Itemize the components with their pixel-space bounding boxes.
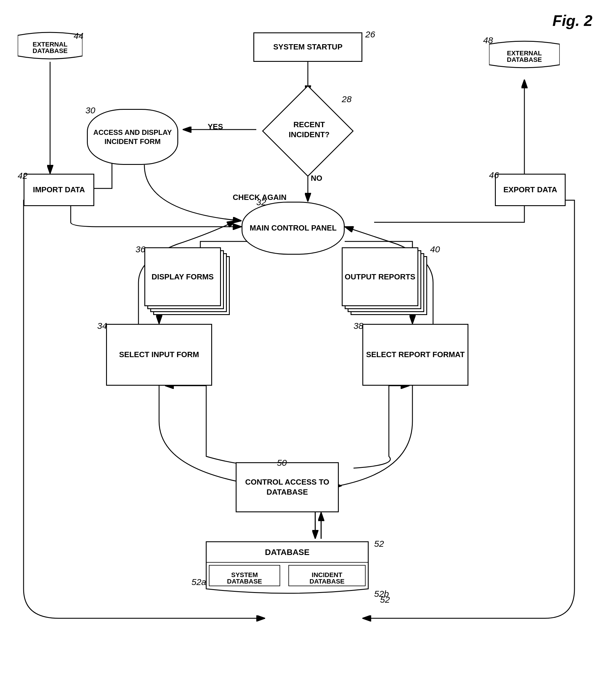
select-input-box: SELECT INPUT FORM	[106, 324, 212, 386]
recent-incident-label: RECENT INCIDENT?	[283, 120, 335, 140]
export-data-box: EXPORT DATA	[495, 174, 566, 206]
database-box: DATABASE SYSTEM DATABASE INCIDENT DATABA…	[200, 539, 374, 598]
export-data-label: EXPORT DATA	[504, 185, 557, 195]
svg-text:DATABASE: DATABASE	[265, 548, 309, 557]
display-forms-label: DISPLAY FORMS	[152, 272, 214, 281]
output-reports-label: OUTPUT REPORTS	[345, 272, 415, 281]
recent-incident-wrapper: RECENT INCIDENT?	[276, 93, 340, 169]
access-display-ref: 30	[85, 106, 95, 115]
output-reports-stacked: OUTPUT REPORTS	[342, 247, 430, 318]
recent-incident-ref: 28	[342, 94, 351, 104]
no-label: NO	[311, 174, 322, 183]
control-access-box: CONTROL ACCESS TO DATABASE	[236, 462, 339, 512]
access-display-box: ACCESS AND DISPLAY INCIDENT FORM	[87, 109, 178, 165]
main-control-box: MAIN CONTROL PANEL	[242, 202, 345, 255]
recent-incident-diamond: RECENT INCIDENT?	[262, 85, 353, 177]
external-db-right-box: EXTERNAL DATABASE	[489, 38, 560, 71]
figure-label: Fig. 2	[552, 12, 592, 29]
database-ref: 52	[374, 539, 384, 549]
select-report-label: SELECT REPORT FORMAT	[366, 350, 465, 360]
system-startup-ref: 26	[365, 29, 375, 40]
svg-text:DATABASE: DATABASE	[507, 56, 542, 63]
select-report-ref: 38	[353, 321, 363, 331]
output-reports-ref: 40	[430, 244, 440, 254]
main-control-label: MAIN CONTROL PANEL	[249, 223, 336, 233]
svg-text:DATABASE: DATABASE	[227, 578, 262, 585]
svg-text:DATABASE: DATABASE	[310, 578, 345, 585]
system-startup-box: SYSTEM STARTUP	[254, 32, 362, 62]
export-data-ref: 46	[489, 170, 499, 180]
yes-label: YES	[208, 122, 223, 131]
db-52-ref: 52	[380, 595, 390, 605]
external-db-right-ref: 48	[483, 35, 493, 45]
select-input-label: SELECT INPUT FORM	[119, 350, 199, 360]
access-display-label: ACCESS AND DISPLAY INCIDENT FORM	[88, 128, 177, 146]
import-data-ref: 42	[18, 171, 27, 181]
system-db-ref: 52a	[192, 577, 206, 587]
external-db-left-ref: 44	[74, 31, 83, 41]
control-access-label: CONTROL ACCESS TO DATABASE	[237, 477, 338, 497]
svg-text:DATABASE: DATABASE	[33, 47, 68, 54]
control-access-ref: 50	[277, 458, 287, 468]
display-forms-ref: 36	[135, 244, 145, 254]
select-input-ref: 34	[97, 321, 107, 331]
display-forms-stacked: DISPLAY FORMS	[144, 247, 233, 318]
import-data-box: IMPORT DATA	[24, 174, 94, 206]
import-data-label: IMPORT DATA	[33, 185, 85, 195]
external-db-left-box: EXTERNAL DATABASE	[18, 29, 83, 62]
select-report-box: SELECT REPORT FORMAT	[362, 324, 468, 386]
system-startup-label: SYSTEM STARTUP	[273, 42, 343, 52]
main-control-ref: 32	[256, 197, 266, 207]
